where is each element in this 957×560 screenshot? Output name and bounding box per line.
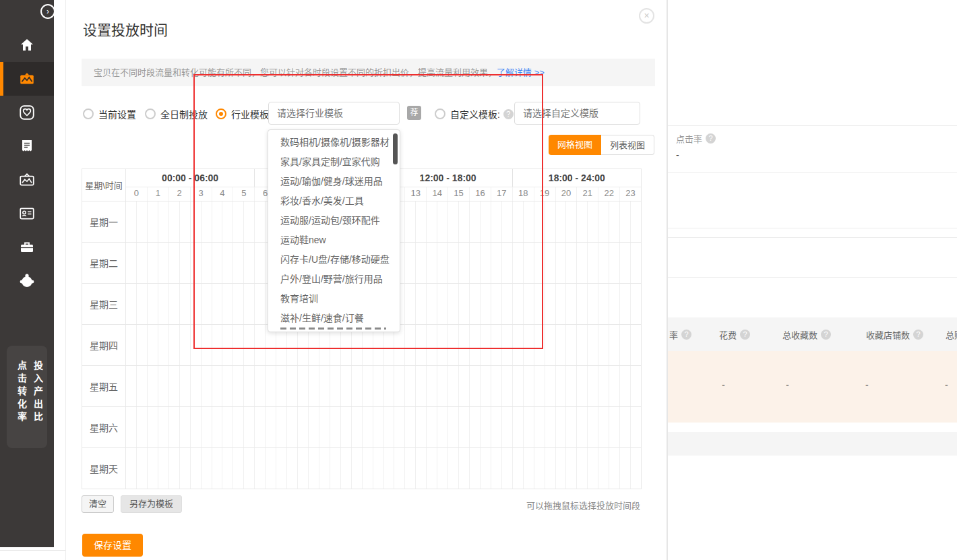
schedule-cell[interactable] — [534, 243, 545, 283]
schedule-cell[interactable] — [512, 201, 523, 242]
schedule-cell[interactable] — [501, 448, 512, 489]
schedule-cell[interactable] — [147, 243, 158, 283]
schedule-cell[interactable] — [373, 366, 383, 406]
schedule-cell[interactable] — [286, 407, 297, 447]
schedule-cell[interactable] — [469, 201, 480, 242]
schedule-cell[interactable] — [415, 325, 426, 365]
schedule-cell[interactable] — [190, 284, 201, 324]
sidebar-metrics-panel[interactable]: 点击转化率 投入产出比 — [7, 346, 47, 448]
schedule-cell[interactable] — [222, 201, 233, 242]
schedule-cell[interactable] — [340, 407, 351, 447]
schedule-cell[interactable] — [437, 407, 447, 447]
schedule-cell[interactable] — [126, 243, 136, 283]
schedule-cell[interactable] — [447, 243, 458, 283]
schedule-cell[interactable] — [555, 366, 566, 406]
schedule-cell[interactable] — [458, 448, 469, 489]
schedule-cell[interactable] — [598, 366, 609, 406]
sidebar-item-community[interactable] — [0, 264, 54, 298]
schedule-cell[interactable] — [458, 325, 469, 365]
schedule-cell[interactable] — [254, 325, 265, 365]
schedule-cell[interactable] — [276, 366, 286, 406]
schedule-cell[interactable] — [630, 407, 641, 447]
schedule-cell[interactable] — [609, 407, 619, 447]
schedule-cell[interactable] — [587, 284, 598, 324]
schedule-cell[interactable] — [587, 448, 598, 489]
schedule-cell[interactable] — [501, 325, 512, 365]
schedule-cell[interactable] — [201, 325, 212, 365]
schedule-cell[interactable] — [158, 366, 168, 406]
schedule-cell[interactable] — [426, 366, 437, 406]
schedule-cell[interactable] — [179, 325, 190, 365]
schedule-cell[interactable] — [330, 366, 340, 406]
schedule-cell[interactable] — [243, 448, 254, 489]
sidebar-item-accounts[interactable] — [0, 197, 54, 230]
schedule-cell[interactable] — [126, 366, 136, 406]
help-icon[interactable]: ? — [681, 330, 691, 340]
radio-icon[interactable] — [145, 108, 156, 119]
help-icon[interactable]: ? — [503, 109, 514, 119]
schedule-cell[interactable] — [609, 325, 619, 365]
schedule-cell[interactable] — [469, 448, 480, 489]
schedule-cell[interactable] — [233, 284, 243, 324]
schedule-cell[interactable] — [415, 284, 426, 324]
schedule-cell[interactable] — [437, 201, 447, 242]
schedule-cell[interactable] — [222, 325, 233, 365]
schedule-cell[interactable] — [523, 448, 534, 489]
schedule-cell[interactable] — [415, 201, 426, 242]
schedule-cell[interactable] — [437, 243, 447, 283]
schedule-cell[interactable] — [480, 201, 491, 242]
schedule-cell[interactable] — [308, 366, 319, 406]
schedule-cell[interactable] — [480, 284, 491, 324]
schedule-cell[interactable] — [136, 284, 147, 324]
schedule-cell[interactable] — [404, 284, 415, 324]
schedule-cell[interactable] — [190, 366, 201, 406]
schedule-cell[interactable] — [373, 448, 383, 489]
schedule-cell[interactable] — [362, 407, 373, 447]
schedule-cell[interactable] — [630, 448, 641, 489]
schedule-cell[interactable] — [576, 407, 587, 447]
schedule-cell[interactable] — [243, 284, 254, 324]
schedule-cell[interactable] — [190, 243, 201, 283]
schedule-cell[interactable] — [587, 201, 598, 242]
schedule-cell[interactable] — [319, 448, 330, 489]
schedule-cell[interactable] — [555, 407, 566, 447]
close-icon[interactable]: × — [639, 8, 654, 24]
schedule-cell[interactable] — [469, 284, 480, 324]
schedule-cell[interactable] — [126, 284, 136, 324]
schedule-cell[interactable] — [168, 284, 179, 324]
schedule-cell[interactable] — [404, 407, 415, 447]
schedule-cell[interactable] — [426, 407, 437, 447]
schedule-cell[interactable] — [458, 201, 469, 242]
dropdown-item[interactable]: 运动/瑜伽/健身/球迷用品 — [268, 172, 400, 191]
industry-template-select[interactable] — [268, 102, 400, 125]
schedule-cell[interactable] — [523, 201, 534, 242]
schedule-cell[interactable] — [243, 407, 254, 447]
schedule-cell[interactable] — [447, 448, 458, 489]
schedule-cell[interactable] — [222, 407, 233, 447]
sidebar-item-home[interactable] — [0, 28, 54, 62]
option-industry-template[interactable]: 行业模板: — [216, 107, 272, 121]
option-all-day[interactable]: 全日制投放 — [145, 107, 208, 121]
schedule-cell[interactable] — [147, 325, 158, 365]
dropdown-item[interactable]: 家具/家具定制/宜家代购 — [268, 152, 400, 172]
schedule-cell[interactable] — [447, 366, 458, 406]
dropdown-item[interactable]: 教育培训 — [268, 289, 400, 309]
schedule-cell[interactable] — [179, 448, 190, 489]
schedule-cell[interactable] — [222, 284, 233, 324]
schedule-cell[interactable] — [158, 284, 168, 324]
schedule-cell[interactable] — [286, 366, 297, 406]
dropdown-item[interactable]: 闪存卡/U盘/存储/移动硬盘 — [268, 250, 400, 270]
schedule-cell[interactable] — [501, 407, 512, 447]
schedule-cell[interactable] — [480, 448, 491, 489]
schedule-cell[interactable] — [383, 407, 394, 447]
schedule-cell[interactable] — [458, 284, 469, 324]
schedule-cell[interactable] — [501, 243, 512, 283]
save-as-template-button[interactable]: 另存为模板 — [121, 495, 182, 513]
dropdown-item[interactable]: 运动服/运动包/颈环配件 — [268, 211, 400, 230]
schedule-cell[interactable] — [147, 407, 158, 447]
schedule-cell[interactable] — [491, 366, 501, 406]
schedule-cell[interactable] — [480, 325, 491, 365]
schedule-cell[interactable] — [212, 407, 222, 447]
schedule-cell[interactable] — [534, 325, 545, 365]
schedule-cell[interactable] — [212, 366, 222, 406]
